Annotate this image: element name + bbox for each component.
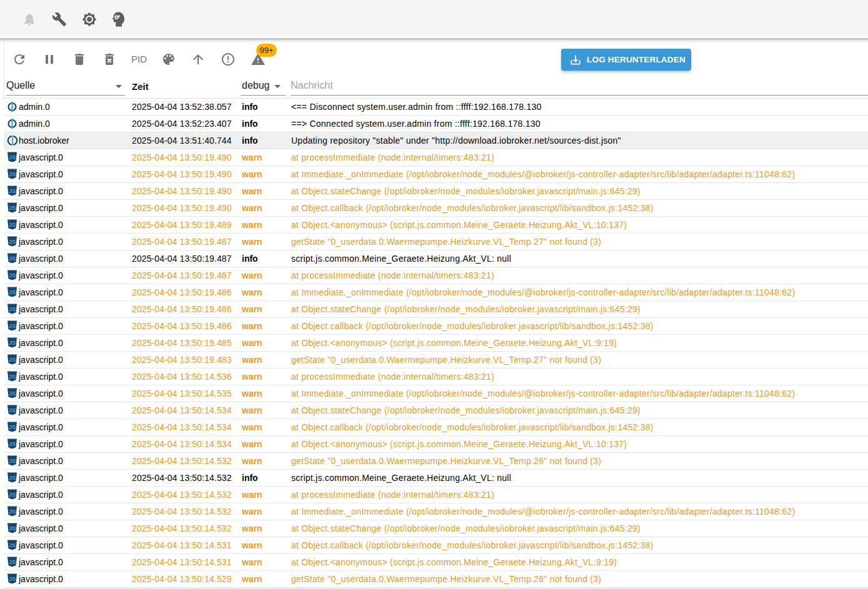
svg-text:JS: JS	[9, 255, 16, 262]
svg-text:JS: JS	[9, 508, 16, 515]
svg-text:JS: JS	[9, 221, 16, 228]
svg-text:JS: JS	[9, 322, 16, 329]
svg-text:JS: JS	[9, 339, 16, 346]
svg-text:JS: JS	[9, 154, 16, 161]
svg-text:JS: JS	[9, 238, 16, 245]
svg-text:JS: JS	[9, 289, 16, 295]
svg-text:JS: JS	[9, 474, 16, 481]
svg-text:JS: JS	[9, 491, 16, 498]
svg-text:JS: JS	[9, 373, 16, 380]
svg-text:JS: JS	[9, 171, 16, 177]
svg-text:JS: JS	[9, 558, 16, 565]
svg-text:JS: JS	[9, 356, 16, 363]
svg-text:JS: JS	[9, 187, 16, 194]
svg-text:JS: JS	[9, 440, 16, 447]
svg-text:JS: JS	[9, 407, 16, 413]
svg-text:JS: JS	[9, 204, 16, 211]
svg-text:JS: JS	[9, 542, 16, 548]
svg-text:JS: JS	[9, 272, 16, 279]
svg-text:JS: JS	[9, 390, 16, 397]
svg-text:JS: JS	[9, 423, 16, 430]
svg-text:JS: JS	[9, 575, 16, 582]
svg-text:JS: JS	[9, 305, 16, 312]
svg-text:JS: JS	[9, 457, 16, 464]
svg-text:JS: JS	[9, 525, 16, 532]
